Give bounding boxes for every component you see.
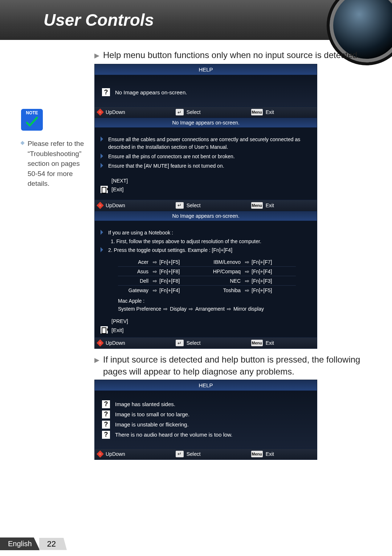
diagnose-text: Image is unstable or flickering. [115, 421, 189, 428]
question-icon: ? [102, 421, 110, 429]
osd-help-title: HELP [94, 64, 317, 75]
diagnose-item[interactable]: ?Image is too small or too large. [102, 410, 313, 418]
nav-exit[interactable]: Menu Exit [251, 109, 274, 115]
nav-select[interactable]: ↵ Select [176, 451, 201, 457]
table-row: Gateway ⇨ [Fn]+[F4] Toshiba ⇨ [Fn]+[F5] [118, 286, 296, 295]
checkmark-icon [25, 115, 38, 128]
exit-link[interactable]: [Exit] [111, 186, 123, 192]
chevron-right-icon [101, 230, 103, 235]
enter-icon: ↵ [176, 202, 184, 209]
diagnose-text: There is no audio heard or the volume is… [115, 432, 233, 438]
tip-text: Ensure that the [AV MUTE] feature is not… [108, 162, 224, 169]
vendor-shortcut-table: Acer ⇨ [Fn]+[F5] IBM/Lenovo ⇨ [Fn]+[F7] … [118, 257, 296, 295]
osd-section-title: No Image appears on-screen. [94, 118, 317, 128]
arrow-right-icon: ⇨ [153, 278, 157, 284]
diagnose-item[interactable]: ?There is no audio heard or the volume i… [102, 431, 313, 439]
chevron-right-icon [101, 154, 103, 159]
brand-cell: Asus [118, 269, 151, 274]
intro-bullet: ▶ Help menu button functions only when n… [94, 49, 377, 61]
menu-icon: Menu [251, 451, 263, 457]
help-question-row[interactable]: ? No Image appears on-screen. [102, 88, 313, 96]
sidebar-note: NOTE Please refer to the “Troubleshootin… [21, 109, 85, 189]
sidebar-bullet: Please refer to the “Troubleshooting” se… [21, 139, 85, 189]
prev-link[interactable]: [PREV] [111, 318, 311, 324]
exit-door-icon [101, 186, 108, 193]
menu-icon: Menu [251, 109, 263, 115]
tip-row: 2. Press the toggle output settings. Exa… [101, 246, 311, 254]
osd-nav-bar: UpDown ↵ Select Menu Exit [94, 449, 317, 460]
diagnose-text: Image has slanted sides. [115, 401, 175, 407]
nav-updown-label: UpDown [106, 109, 125, 115]
key-cell: [Fn]+[F8] [159, 278, 199, 284]
brand-cell: HP/Compaq [199, 269, 243, 274]
arrow-right-icon: ⇨ [189, 306, 193, 312]
diagnose-text: Image is too small or too large. [115, 411, 189, 417]
tip-text: Ensure all the cables and power connecti… [108, 136, 311, 151]
key-cell: [Fn]+[F8] [159, 269, 199, 274]
tip-text: 2. Press the toggle output settings. Exa… [108, 246, 232, 254]
mac-step: Display [170, 306, 187, 312]
mac-steps: System Preference ⇨ Display ⇨ Arrangemen… [118, 306, 311, 312]
nav-exit[interactable]: Menu Exit [251, 451, 274, 457]
note-badge: NOTE [21, 109, 43, 131]
brand-cell: Toshiba [199, 287, 243, 293]
play-icon: ▶ [94, 52, 99, 61]
key-cell: [Fn]+[F5] [252, 287, 291, 293]
osd-nav-bar: UpDown ↵ Select Menu Exit [94, 107, 317, 118]
page-header: User Controls [0, 0, 392, 40]
chevron-right-icon [101, 247, 103, 252]
osd-nav-bar: UpDown ↵ Select Menu Exit [94, 200, 317, 211]
nav-exit[interactable]: Menu Exit [251, 202, 274, 209]
play-icon: ▶ [94, 356, 99, 377]
enter-icon: ↵ [176, 109, 184, 115]
updown-icon [97, 109, 104, 116]
nav-exit-label: Exit [266, 340, 274, 346]
arrow-right-icon: ⇨ [153, 259, 157, 265]
nav-select[interactable]: ↵ Select [176, 202, 201, 209]
tip-step: 1. First, follow the steps above to adju… [111, 238, 311, 244]
nav-updown-label: UpDown [106, 451, 125, 457]
mac-step: System Preference [118, 306, 161, 312]
nav-select-label: Select [187, 203, 201, 208]
brand-cell: Gateway [118, 287, 151, 293]
footer-page-number: 22 [39, 538, 67, 550]
tip-row: If you are using a Notebook : [101, 229, 311, 236]
key-cell: [Fn]+[F4] [252, 269, 291, 274]
next-link[interactable]: [NEXT] [111, 178, 311, 184]
arrow-right-icon: ⇨ [227, 306, 231, 312]
nav-select-label: Select [187, 451, 201, 457]
diagnose-item[interactable]: ?Image has slanted sides. [102, 400, 313, 408]
mid-bullet: ▶ If input source is detected and help b… [94, 354, 377, 377]
footer-language: English [0, 537, 40, 550]
exit-door-icon [101, 326, 108, 334]
exit-link[interactable]: [Exit] [111, 327, 123, 333]
nav-updown[interactable]: UpDown [98, 109, 125, 115]
page-title: User Controls [44, 10, 154, 30]
enter-icon: ↵ [176, 451, 184, 457]
nav-select-label: Select [187, 340, 201, 346]
nav-exit-label: Exit [266, 203, 274, 208]
key-cell: [Fn]+[F5] [159, 259, 199, 265]
enter-icon: ↵ [176, 340, 184, 346]
tip-text: If you are using a Notebook : [108, 229, 173, 236]
arrow-right-icon: ⇨ [245, 278, 249, 284]
table-row: Dell ⇨ [Fn]+[F8] NEC ⇨ [Fn]+[F3] [118, 276, 296, 286]
nav-updown-label: UpDown [106, 203, 125, 208]
arrow-right-icon: ⇨ [163, 306, 168, 312]
arrow-right-icon: ⇨ [245, 269, 249, 274]
nav-updown[interactable]: UpDown [98, 203, 125, 208]
brand-cell: NEC [199, 278, 243, 284]
mac-label: Mac Apple : [118, 298, 311, 304]
chevron-right-icon [101, 163, 103, 168]
note-badge-label: NOTE [21, 110, 43, 115]
brand-cell: Dell [118, 278, 151, 284]
nav-updown-label: UpDown [106, 340, 125, 346]
nav-updown[interactable]: UpDown [98, 451, 125, 457]
nav-updown[interactable]: UpDown [98, 340, 125, 346]
nav-select[interactable]: ↵ Select [176, 340, 201, 346]
nav-exit[interactable]: Menu Exit [251, 340, 274, 346]
nav-select[interactable]: ↵ Select [176, 109, 201, 115]
updown-icon [97, 450, 104, 458]
table-row: Acer ⇨ [Fn]+[F5] IBM/Lenovo ⇨ [Fn]+[F7] [118, 257, 296, 267]
diagnose-item[interactable]: ?Image is unstable or flickering. [102, 421, 313, 429]
